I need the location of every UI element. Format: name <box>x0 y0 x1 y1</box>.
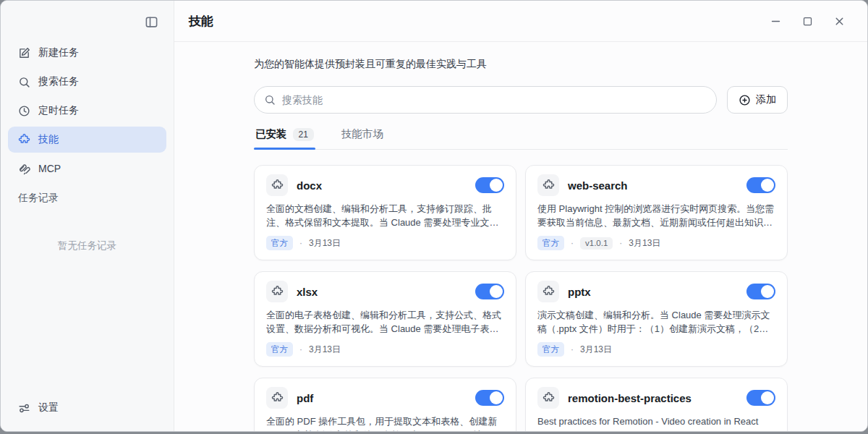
sidebar-nav: 新建任务 搜索任务 定时任务 技能 <box>1 40 174 182</box>
official-badge: 官方 <box>537 342 564 357</box>
edit-pencil-icon <box>18 47 30 59</box>
skill-toggle[interactable] <box>746 390 775 406</box>
minimize-icon[interactable] <box>767 13 783 29</box>
puzzle-icon <box>537 174 559 196</box>
sidebar-item-mcp[interactable]: MCP <box>8 156 166 182</box>
skill-card-docx[interactable]: docx 全面的文档创建、编辑和分析工具，支持修订跟踪、批注、格式保留和文本提取… <box>254 165 516 260</box>
skills-grid: docx 全面的文档创建、编辑和分析工具，支持修订跟踪、批注、格式保留和文本提取… <box>254 165 788 431</box>
page-description: 为您的智能体提供预封装且可重复的最佳实践与工具 <box>254 58 788 71</box>
plug-icon <box>18 163 30 175</box>
sidebar-item-label: 设置 <box>38 401 59 414</box>
circle-plus-icon <box>739 94 751 106</box>
sidebar-item-label: 新建任务 <box>38 46 79 59</box>
close-icon[interactable] <box>831 13 847 29</box>
add-skill-button[interactable]: 添加 <box>727 86 788 114</box>
sidebar-item-scheduled-task[interactable]: 定时任务 <box>8 98 166 124</box>
search-input[interactable] <box>254 86 717 114</box>
puzzle-icon <box>266 387 288 409</box>
search-box <box>254 86 717 114</box>
meta-dot: · <box>299 238 302 248</box>
skill-description: 全面的电子表格创建、编辑和分析工具，支持公式、格式设置、数据分析和可视化。当 C… <box>266 308 504 336</box>
official-badge: 官方 <box>266 342 293 357</box>
skill-date: 3月13日 <box>580 344 612 356</box>
page-title: 技能 <box>189 13 213 30</box>
skill-date: 3月13日 <box>309 344 341 356</box>
meta-dot: · <box>571 344 574 354</box>
installed-count-badge: 21 <box>293 128 314 141</box>
maximize-icon[interactable] <box>799 13 815 29</box>
tabs: 已安装 21 技能市场 <box>254 127 788 150</box>
skill-description: 演示文稿创建、编辑和分析。当 Claude 需要处理演示文稿（.pptx 文件）… <box>537 308 775 336</box>
skill-description: 使用 Playwright 控制的浏览器进行实时网页搜索。当您需要获取当前信息、… <box>537 202 775 229</box>
tab-label: 已安装 <box>255 127 287 141</box>
skill-title: pdf <box>297 392 313 404</box>
skill-toggle[interactable] <box>746 177 775 193</box>
sidebar-collapse-icon[interactable] <box>142 13 160 30</box>
skill-title: remotion-best-practices <box>568 392 692 404</box>
skill-date: 3月13日 <box>309 237 341 250</box>
puzzle-icon <box>266 281 288 302</box>
skill-description: Best practices for Remotion - Video crea… <box>537 414 775 428</box>
version-badge: v1.0.1 <box>580 237 613 250</box>
clock-icon <box>18 105 30 117</box>
tab-marketplace[interactable]: 技能市场 <box>340 127 385 149</box>
meta-dot: · <box>619 238 622 248</box>
sidebar-item-label: 技能 <box>38 133 59 146</box>
sidebar-item-new-task[interactable]: 新建任务 <box>8 40 166 66</box>
puzzle-icon <box>537 387 559 409</box>
tab-installed[interactable]: 已安装 21 <box>254 127 315 149</box>
meta-dot: · <box>299 344 302 354</box>
skill-title: web-search <box>568 179 628 192</box>
skill-card-web-search[interactable]: web-search 使用 Playwright 控制的浏览器进行实时网页搜索。… <box>525 165 788 260</box>
skill-toggle[interactable] <box>475 284 504 299</box>
sidebar-item-label: 搜索任务 <box>38 75 79 88</box>
add-button-label: 添加 <box>756 93 776 106</box>
empty-task-records-text: 暂无任务记录 <box>1 239 174 252</box>
skill-title: docx <box>297 179 322 192</box>
skill-date: 3月13日 <box>629 237 660 250</box>
skill-description: 全面的文档创建、编辑和分析工具，支持修订跟踪、批注、格式保留和文本提取。当 Cl… <box>266 202 504 229</box>
skill-card-pptx[interactable]: pptx 演示文稿创建、编辑和分析。当 Claude 需要处理演示文稿（.ppt… <box>525 271 788 367</box>
search-icon <box>264 94 276 109</box>
search-icon <box>18 76 30 88</box>
meta-dot: · <box>571 238 574 248</box>
tab-label: 技能市场 <box>341 127 383 141</box>
skill-toggle[interactable] <box>475 390 504 406</box>
skill-title: pptx <box>568 286 591 298</box>
puzzle-icon <box>18 134 30 146</box>
task-records-section-label: 任务记录 <box>1 182 174 209</box>
puzzle-icon <box>537 281 559 302</box>
sidebar-item-settings[interactable]: 设置 <box>8 395 166 421</box>
skill-description: 全面的 PDF 操作工具包，用于提取文本和表格、创建新 PDF、合并/拆分文档和… <box>266 414 504 431</box>
content-area: 为您的智能体提供预封装且可重复的最佳实践与工具 添加 <box>174 42 867 431</box>
puzzle-icon <box>266 174 288 196</box>
sidebar: 新建任务 搜索任务 定时任务 技能 <box>1 1 174 431</box>
main-panel: 技能 为您的智能体提供预封装且可重复的最佳实践与工具 <box>174 1 867 431</box>
sidebar-item-label: MCP <box>38 163 61 174</box>
skill-toggle[interactable] <box>475 177 504 193</box>
app-window: 新建任务 搜索任务 定时任务 技能 <box>0 0 868 432</box>
skill-card-pdf[interactable]: pdf 全面的 PDF 操作工具包，用于提取文本和表格、创建新 PDF、合并/拆… <box>254 378 516 431</box>
skill-card-remotion-best-practices[interactable]: remotion-best-practices Best practices f… <box>525 378 788 431</box>
window-controls <box>767 13 847 29</box>
sidebar-item-search-task[interactable]: 搜索任务 <box>8 69 166 95</box>
sidebar-item-label: 定时任务 <box>38 104 79 117</box>
skill-toggle[interactable] <box>746 284 775 299</box>
skill-title: xlsx <box>297 286 318 298</box>
official-badge: 官方 <box>266 236 293 250</box>
skill-card-xlsx[interactable]: xlsx 全面的电子表格创建、编辑和分析工具，支持公式、格式设置、数据分析和可视… <box>254 271 516 367</box>
titlebar: 技能 <box>174 1 867 42</box>
official-badge: 官方 <box>537 236 564 250</box>
sidebar-item-skills[interactable]: 技能 <box>8 127 166 153</box>
sliders-icon <box>18 402 30 414</box>
